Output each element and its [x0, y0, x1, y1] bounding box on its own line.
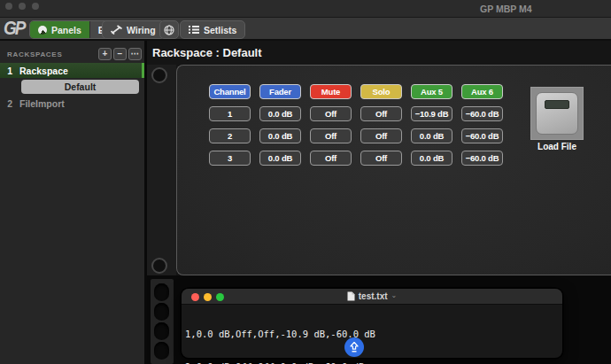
aux6-1-value-button[interactable]: −60.0 dB [461, 106, 503, 121]
variation-label: Default [65, 81, 97, 92]
sidebar-item-fileimport[interactable]: 2 FileImport [0, 97, 144, 111]
rack-screw-hole-icon [151, 258, 167, 274]
aux6-3-value-button[interactable]: −60.0 dB [461, 151, 503, 166]
rack-screw-hole-icon [151, 67, 167, 83]
remove-rackspace-button[interactable]: − [113, 48, 127, 60]
chevron-down-icon[interactable]: ⌄ [391, 291, 398, 299]
rackspaces-sidebar: RACKSPACES + − ⋯ 1 Rackspace Default 2 F… [0, 41, 144, 364]
rackspace-list-controls: + − ⋯ [98, 48, 142, 60]
globe-icon [164, 25, 174, 35]
toolbar: GP Panels Edit Wiring [0, 18, 611, 41]
load-file-display [545, 100, 569, 109]
header-button-aux6[interactable]: Aux 6 [461, 84, 503, 99]
editor-text-area[interactable]: 1,0.0 dB,Off,Off,-10.9 dB,-60.0 dB 2,0.0… [182, 305, 562, 364]
header-button-aux5[interactable]: Aux 5 [411, 84, 452, 99]
channel-1-button[interactable]: 1 [209, 106, 251, 121]
globe-button[interactable] [159, 20, 179, 39]
editor-zoom-icon[interactable] [216, 293, 224, 301]
rack-slot-icon [154, 342, 169, 360]
aux5-3-value-button[interactable]: 0.0 dB [411, 151, 452, 166]
panels-knob-icon [38, 26, 47, 35]
rackspaces-header: RACKSPACES [7, 50, 62, 58]
rack-rail [147, 65, 176, 275]
close-window-icon[interactable] [5, 3, 12, 10]
texteditor-window: test.txt ⌄ 1,0.0 dB,Off,Off,-10.9 dB,-60… [182, 289, 562, 358]
minimize-window-icon[interactable] [19, 3, 26, 10]
texteditor-titlebar[interactable]: test.txt ⌄ [182, 289, 562, 305]
fader-3-value-button[interactable]: 0.0 dB [259, 151, 301, 166]
sidebar-item-variation-default[interactable]: Default [21, 80, 139, 94]
mute-1-button[interactable]: Off [310, 106, 352, 121]
wiring-cable-icon [111, 25, 122, 35]
setlists-button[interactable]: Setlists [180, 20, 245, 39]
rackspace-label: Rackspace [19, 66, 68, 76]
mute-3-button[interactable]: Off [310, 151, 352, 166]
wiring-button-label: Wiring [127, 25, 156, 35]
document-icon [347, 291, 355, 301]
solo-2-button[interactable]: Off [360, 128, 402, 143]
solo-1-button[interactable]: Off [360, 106, 402, 121]
writing-tools-button[interactable] [344, 337, 364, 357]
rackspace-index: 1 [0, 66, 12, 76]
editor-close-icon[interactable] [191, 293, 199, 301]
rack-slot-icon [154, 322, 169, 340]
add-rackspace-button[interactable]: + [98, 48, 112, 60]
rack-slot-icon [154, 303, 169, 321]
wiring-button[interactable]: Wiring [102, 20, 165, 39]
load-file-widget-face [536, 92, 578, 135]
panels-button[interactable]: Panels [30, 21, 89, 38]
mixer-widget-grid: Channel Fader Mute Solo Aux 5 Aux 6 1 0.… [209, 84, 503, 166]
fileimport-label: FileImport [19, 98, 65, 109]
load-file-widget[interactable] [530, 87, 584, 140]
gig-performer-window: GP MBP M4 GP Panels Edit Wiring [0, 0, 611, 364]
editor-filename[interactable]: test.txt [359, 291, 388, 301]
window-titlebar[interactable]: GP MBP M4 [0, 0, 611, 18]
window-title: GP MBP M4 [480, 4, 532, 14]
channel-3-button[interactable]: 3 [209, 151, 251, 166]
load-file-label: Load File [526, 142, 588, 151]
aux5-2-value-button[interactable]: 0.0 dB [411, 128, 452, 143]
header-button-mute[interactable]: Mute [310, 84, 352, 99]
setlists-list-icon [189, 25, 199, 35]
aux5-1-value-button[interactable]: −10.9 dB [411, 106, 452, 121]
fileimport-index: 2 [0, 98, 12, 109]
mute-2-button[interactable]: Off [310, 128, 352, 143]
fader-2-value-button[interactable]: 0.0 dB [259, 128, 301, 143]
setlists-button-label: Setlists [204, 25, 236, 35]
header-button-solo[interactable]: Solo [360, 84, 402, 99]
editor-line: 1,0.0 dB,Off,Off,-10.9 dB,-60.0 dB [185, 329, 562, 339]
more-options-button[interactable]: ⋯ [128, 48, 142, 60]
solo-3-button[interactable]: Off [360, 151, 402, 166]
editor-minimize-icon[interactable] [204, 293, 212, 301]
lower-rack-rail [151, 279, 174, 364]
channel-2-button[interactable]: 2 [209, 128, 251, 143]
gig-performer-logo: GP [4, 18, 24, 40]
sidebar-item-rackspace[interactable]: 1 Rackspace [0, 63, 144, 78]
zoom-window-icon[interactable] [32, 3, 39, 10]
aux6-2-value-button[interactable]: −60.0 dB [461, 128, 503, 143]
rackspace-panel: Channel Fader Mute Solo Aux 5 Aux 6 1 0.… [176, 65, 611, 275]
up-arrow-icon [349, 342, 360, 352]
header-button-channel[interactable]: Channel [209, 84, 251, 99]
rack-slot-icon [154, 283, 169, 301]
panels-button-label: Panels [51, 25, 81, 35]
header-button-fader[interactable]: Fader [259, 84, 301, 99]
rackspace-title: Rackspace : Default [152, 46, 262, 59]
fader-1-value-button[interactable]: 0.0 dB [259, 106, 301, 121]
